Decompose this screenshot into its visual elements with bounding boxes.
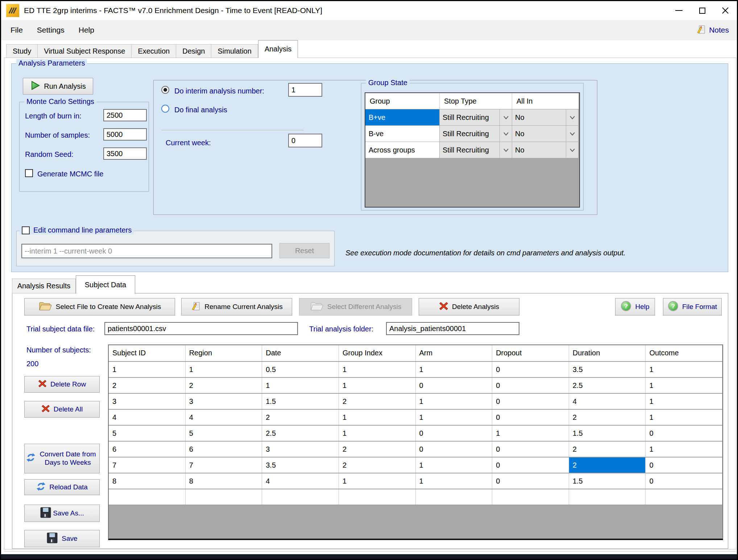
grid-column-header-date[interactable]: Date — [262, 345, 339, 361]
grid-cell[interactable]: 3 — [262, 442, 339, 457]
grid-cell[interactable]: 0 — [492, 378, 569, 393]
grid-cell-empty[interactable] — [109, 489, 186, 505]
rename-analysis-button[interactable]: Rename Current Analysis — [181, 298, 292, 315]
grid-cell[interactable]: 0 — [492, 410, 569, 425]
menu-file[interactable]: File — [6, 26, 28, 34]
grid-cell[interactable]: 1 — [262, 378, 339, 393]
grid-cell[interactable]: 0 — [492, 442, 569, 457]
grid-cell[interactable]: 1 — [646, 362, 722, 377]
chevron-down-icon[interactable] — [566, 142, 578, 158]
file-format-button[interactable]: ? File Format — [663, 298, 722, 315]
grid-cell[interactable]: 1 — [416, 457, 493, 473]
interim-number-input[interactable] — [288, 83, 322, 97]
interim-analysis-radio[interactable] — [161, 86, 169, 94]
grid-cell[interactable]: 0 — [492, 457, 569, 473]
grid-cell[interactable]: 2 — [569, 442, 646, 457]
grid-cell[interactable]: 2 — [569, 410, 646, 425]
tab-analysis[interactable]: Analysis — [258, 40, 298, 58]
random-seed-input[interactable] — [103, 147, 147, 160]
tab-study[interactable]: Study — [6, 44, 38, 58]
grid-cell[interactable]: 1 — [416, 362, 493, 377]
chevron-down-icon[interactable] — [566, 109, 578, 125]
select-file-new-analysis-button[interactable]: Select File to Create New Analysis — [24, 298, 175, 315]
tab-design[interactable]: Design — [176, 44, 211, 58]
trial-folder-input[interactable] — [386, 322, 519, 335]
grid-cell[interactable]: 1 — [646, 410, 722, 425]
grid-cell[interactable]: 2 — [186, 378, 262, 393]
grid-cell[interactable]: 2 — [262, 410, 339, 425]
menu-settings[interactable]: Settings — [32, 26, 69, 34]
stop-type-dropdown[interactable]: Still Recruiting — [440, 142, 512, 158]
grid-cell[interactable]: 7 — [186, 457, 262, 473]
grid-cell[interactable]: 1 — [646, 378, 722, 393]
generate-mcmc-checkbox[interactable] — [25, 169, 33, 177]
final-analysis-radio[interactable] — [161, 105, 169, 113]
grid-cell[interactable]: 3 — [186, 394, 262, 409]
save-button[interactable]: Save — [24, 530, 100, 547]
delete-row-button[interactable]: Delete Row — [24, 376, 100, 393]
maximize-button[interactable] — [691, 1, 714, 20]
chevron-down-icon[interactable] — [566, 126, 578, 142]
grid-column-header-region[interactable]: Region — [186, 345, 262, 361]
stop-type-dropdown[interactable]: Still Recruiting — [440, 126, 512, 142]
grid-cell[interactable]: 8 — [109, 473, 186, 489]
tab-execution[interactable]: Execution — [132, 44, 176, 58]
grid-cell-empty[interactable] — [569, 489, 646, 505]
grid-cell[interactable]: 1.5 — [262, 394, 339, 409]
grid-cell[interactable]: 4 — [262, 473, 339, 489]
grid-cell-empty[interactable] — [186, 489, 262, 505]
tab-subject-data[interactable]: Subject Data — [76, 275, 135, 294]
all-in-dropdown[interactable]: No — [512, 109, 579, 126]
grid-cell[interactable]: 7 — [109, 457, 186, 473]
group-cell[interactable]: Across groups — [365, 142, 440, 158]
grid-cell[interactable]: 0 — [646, 473, 722, 489]
grid-cell[interactable]: 2 — [339, 457, 416, 473]
grid-cell-empty[interactable] — [416, 489, 493, 505]
grid-cell[interactable]: 6 — [186, 442, 262, 457]
tab-virtual-subject-response[interactable]: Virtual Subject Response — [38, 44, 132, 58]
grid-cell[interactable]: 4 — [569, 394, 646, 409]
grid-cell[interactable]: 5 — [186, 426, 262, 441]
grid-cell-empty[interactable] — [262, 489, 339, 505]
reset-button[interactable]: Reset — [279, 243, 329, 258]
num-samples-input[interactable] — [103, 128, 147, 141]
run-analysis-button[interactable]: Run Analysis — [23, 78, 93, 95]
tab-analysis-results[interactable]: Analysis Results — [12, 279, 76, 293]
grid-cell[interactable]: 1 — [339, 473, 416, 489]
convert-date-button[interactable]: Convert Date from Days to Weeks — [24, 444, 100, 473]
grid-cell[interactable]: 1 — [109, 362, 186, 377]
chevron-down-icon[interactable] — [499, 126, 512, 142]
grid-cell[interactable]: 1.5 — [569, 473, 646, 489]
grid-cell[interactable]: 1 — [646, 394, 722, 409]
all-in-dropdown[interactable]: No — [512, 126, 579, 142]
grid-cell[interactable]: 1 — [416, 410, 493, 425]
group-cell[interactable]: B+ve — [365, 109, 440, 126]
grid-cell[interactable]: 1 — [416, 394, 493, 409]
grid-cell[interactable]: 3.5 — [262, 457, 339, 473]
edit-cmd-checkbox[interactable] — [22, 226, 30, 234]
grid-column-header-outcome[interactable]: Outcome — [646, 345, 722, 361]
group-cell[interactable]: B-ve — [365, 126, 440, 142]
grid-cell[interactable]: 0 — [646, 426, 722, 441]
grid-cell[interactable]: 2.5 — [262, 426, 339, 441]
grid-cell-empty[interactable] — [339, 489, 416, 505]
grid-cell[interactable]: 4 — [186, 410, 262, 425]
grid-cell[interactable]: 6 — [109, 442, 186, 457]
minimize-button[interactable] — [667, 1, 691, 20]
grid-cell[interactable]: 3.5 — [569, 362, 646, 377]
grid-cell[interactable]: 0 — [492, 394, 569, 409]
grid-cell[interactable]: 1 — [339, 426, 416, 441]
grid-column-header-subject-id[interactable]: Subject ID — [109, 345, 186, 361]
grid-cell[interactable]: 1 — [339, 410, 416, 425]
grid-cell[interactable]: 2 — [339, 442, 416, 457]
grid-cell[interactable]: 1 — [339, 362, 416, 377]
chevron-down-icon[interactable] — [499, 142, 512, 158]
grid-cell[interactable]: 1.5 — [569, 426, 646, 441]
grid-cell[interactable]: 0 — [492, 362, 569, 377]
stop-type-dropdown[interactable]: Still Recruiting — [440, 109, 512, 126]
grid-cell-empty[interactable] — [492, 489, 569, 505]
grid-cell[interactable]: 0 — [646, 457, 722, 473]
grid-column-header-group-index[interactable]: Group Index — [339, 345, 416, 361]
reload-data-button[interactable]: Reload Data — [24, 479, 100, 495]
grid-cell[interactable]: 4 — [109, 410, 186, 425]
